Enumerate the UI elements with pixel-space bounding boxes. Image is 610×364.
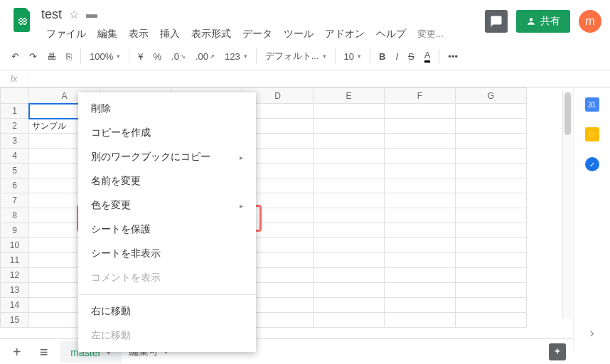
- formula-input[interactable]: [28, 73, 610, 84]
- last-edit[interactable]: 変更...: [412, 26, 449, 43]
- sheets-logo[interactable]: [9, 6, 37, 34]
- currency-button[interactable]: ¥: [134, 48, 147, 65]
- menu-addons[interactable]: アドオン: [320, 26, 370, 43]
- cell[interactable]: [314, 223, 385, 238]
- percent-button[interactable]: %: [149, 48, 166, 65]
- cell[interactable]: [385, 238, 456, 253]
- cell[interactable]: [385, 313, 456, 328]
- cell[interactable]: [385, 104, 456, 119]
- cell[interactable]: [314, 164, 385, 178]
- cell[interactable]: [456, 313, 527, 328]
- cell[interactable]: [456, 238, 527, 253]
- cell[interactable]: [456, 119, 527, 134]
- bold-button[interactable]: B: [375, 48, 390, 65]
- cell[interactable]: [456, 193, 527, 208]
- side-panel-expand[interactable]: ›: [590, 318, 594, 350]
- cell[interactable]: [314, 268, 385, 283]
- share-button[interactable]: 共有: [516, 10, 570, 33]
- cell[interactable]: [456, 253, 527, 268]
- row-header[interactable]: 12: [1, 268, 29, 283]
- more-toolbar-button[interactable]: •••: [444, 48, 462, 65]
- row-header[interactable]: 13: [1, 283, 29, 298]
- menu-edit[interactable]: 編集: [92, 26, 122, 43]
- menu-data[interactable]: データ: [237, 26, 277, 43]
- cell[interactable]: [314, 253, 385, 268]
- cell[interactable]: [385, 178, 456, 193]
- row-header[interactable]: 5: [1, 164, 29, 178]
- calendar-icon[interactable]: 31: [585, 97, 599, 112]
- cell[interactable]: [456, 134, 527, 149]
- ctx-delete[interactable]: 削除: [78, 97, 256, 121]
- cell[interactable]: [456, 149, 527, 164]
- cell[interactable]: [456, 268, 527, 283]
- cell[interactable]: [314, 119, 385, 134]
- row-header[interactable]: 4: [1, 149, 29, 164]
- font-select[interactable]: デフォルト...: [261, 47, 331, 65]
- star-icon[interactable]: ☆: [69, 8, 79, 21]
- explore-button[interactable]: [549, 343, 566, 360]
- cell[interactable]: [456, 223, 527, 238]
- ctx-rename[interactable]: 名前を変更: [78, 169, 256, 193]
- cell[interactable]: [314, 238, 385, 253]
- number-format-button[interactable]: 123: [220, 48, 252, 65]
- cell[interactable]: [456, 283, 527, 298]
- tasks-icon[interactable]: ✓: [585, 157, 599, 171]
- cell[interactable]: [456, 104, 527, 119]
- cell[interactable]: [385, 253, 456, 268]
- col-header[interactable]: G: [456, 88, 527, 104]
- cell[interactable]: [314, 298, 385, 313]
- cell[interactable]: [314, 149, 385, 164]
- row-header[interactable]: 10: [1, 238, 29, 253]
- account-avatar[interactable]: m: [579, 10, 601, 33]
- strike-button[interactable]: S: [404, 48, 419, 65]
- select-all-corner[interactable]: [1, 88, 29, 104]
- row-header[interactable]: 2: [1, 119, 29, 134]
- cell[interactable]: [385, 283, 456, 298]
- menu-insert[interactable]: 挿入: [155, 26, 185, 43]
- cell[interactable]: [456, 164, 527, 178]
- all-sheets-button[interactable]: ≡: [34, 342, 54, 362]
- cell[interactable]: [314, 208, 385, 223]
- row-header[interactable]: 9: [1, 223, 29, 238]
- folder-icon[interactable]: ▬: [86, 8, 97, 21]
- cell[interactable]: [385, 223, 456, 238]
- ctx-hide-sheet[interactable]: シートを非表示: [78, 242, 256, 266]
- paint-format-button[interactable]: ⎘: [62, 48, 76, 65]
- cell[interactable]: [385, 119, 456, 134]
- undo-button[interactable]: ↶: [7, 48, 23, 65]
- ctx-change-color[interactable]: 色を変更: [78, 193, 256, 218]
- ctx-protect-sheet[interactable]: シートを保護: [78, 218, 256, 242]
- menu-file[interactable]: ファイル: [41, 26, 91, 43]
- menu-view[interactable]: 表示: [124, 26, 154, 43]
- cell[interactable]: [385, 149, 456, 164]
- keep-icon[interactable]: ♡: [585, 127, 599, 141]
- add-sheet-button[interactable]: +: [7, 342, 27, 362]
- ctx-copy-to[interactable]: 別のワークブックにコピー: [78, 145, 256, 169]
- cell[interactable]: [314, 178, 385, 193]
- zoom-select[interactable]: 100%: [85, 48, 124, 65]
- menu-format[interactable]: 表示形式: [186, 26, 236, 43]
- row-header[interactable]: 11: [1, 253, 29, 268]
- row-header[interactable]: 1: [1, 104, 29, 119]
- increase-decimal-button[interactable]: .00↗: [191, 48, 219, 65]
- menu-help[interactable]: ヘルプ: [371, 26, 411, 43]
- cell[interactable]: [385, 164, 456, 178]
- cell[interactable]: [456, 208, 527, 223]
- cell[interactable]: [385, 134, 456, 149]
- cell[interactable]: [314, 134, 385, 149]
- cell[interactable]: [314, 104, 385, 119]
- cell[interactable]: [385, 268, 456, 283]
- cell[interactable]: [314, 283, 385, 298]
- cell[interactable]: [385, 298, 456, 313]
- cell[interactable]: [314, 313, 385, 328]
- row-header[interactable]: 14: [1, 298, 29, 313]
- decrease-decimal-button[interactable]: .0↘: [167, 48, 190, 65]
- row-header[interactable]: 8: [1, 208, 29, 223]
- cell[interactable]: [385, 193, 456, 208]
- ctx-duplicate[interactable]: コピーを作成: [78, 121, 256, 145]
- cell[interactable]: [456, 178, 527, 193]
- comments-button[interactable]: [485, 10, 508, 33]
- menu-tools[interactable]: ツール: [279, 26, 319, 43]
- row-header[interactable]: 6: [1, 178, 29, 193]
- text-color-button[interactable]: A: [420, 48, 435, 65]
